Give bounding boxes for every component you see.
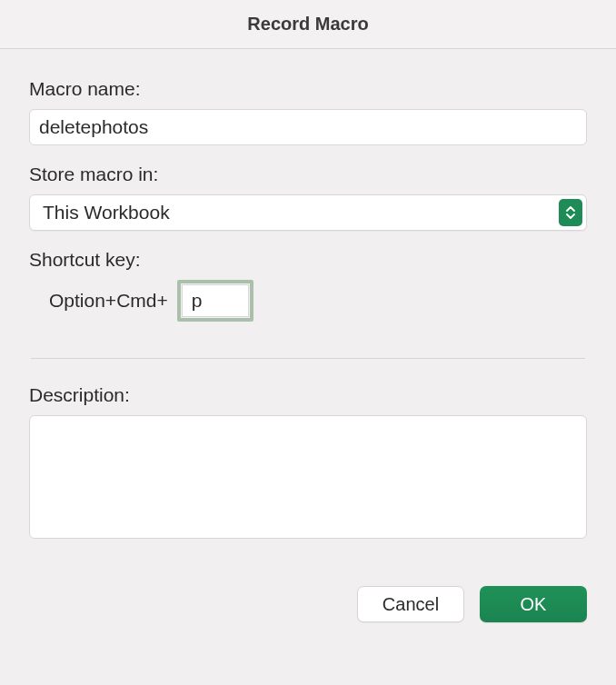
- description-group: Description:: [29, 384, 587, 542]
- macro-name-label: Macro name:: [29, 78, 587, 100]
- shortcut-input-focus-ring: [177, 280, 253, 322]
- shortcut-group: Shortcut key: Option+Cmd+: [29, 249, 587, 322]
- dialog-title-bar: Record Macro: [0, 0, 616, 49]
- divider: [31, 358, 585, 359]
- dialog-title: Record Macro: [247, 14, 368, 35]
- cancel-button[interactable]: Cancel: [357, 586, 464, 622]
- description-label: Description:: [29, 384, 587, 406]
- shortcut-label: Shortcut key:: [29, 249, 587, 271]
- store-in-group: Store macro in: This Workbook: [29, 164, 587, 231]
- description-textarea[interactable]: [29, 415, 587, 539]
- macro-name-group: Macro name:: [29, 78, 587, 145]
- store-in-label: Store macro in:: [29, 164, 587, 185]
- shortcut-key-input[interactable]: [182, 284, 249, 317]
- dialog-button-row: Cancel OK: [0, 561, 616, 622]
- macro-name-input[interactable]: [29, 109, 587, 145]
- shortcut-prefix: Option+Cmd+: [49, 290, 168, 312]
- shortcut-row: Option+Cmd+: [29, 280, 587, 322]
- dialog-content: Macro name: Store macro in: This Workboo…: [0, 49, 616, 542]
- ok-button[interactable]: OK: [480, 586, 587, 622]
- store-in-select[interactable]: This Workbook: [29, 194, 587, 231]
- store-in-value: This Workbook: [29, 194, 587, 231]
